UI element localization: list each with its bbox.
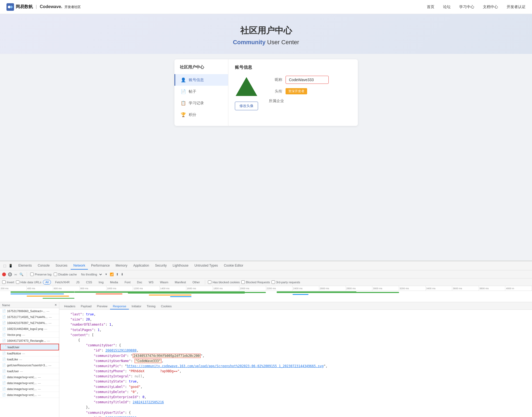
- nav-link-cert[interactable]: 开发者认证: [507, 5, 526, 9]
- title-label: 头衔: [269, 89, 282, 94]
- sidebar-label-learning: 学习记录: [189, 101, 204, 106]
- sidebar-item-points[interactable]: 🏆 积分: [174, 109, 228, 120]
- learning-icon: 📋: [181, 101, 186, 106]
- nickname-label: 昵称: [269, 77, 282, 82]
- site-logo: 网易数帆 | Codewave. 开发者社区: [6, 3, 81, 11]
- content-area: 社区用户中心 👤 账号信息 📄 帖子 📋 学习记录 🏆 积分 账号信息: [0, 54, 532, 131]
- title-row: 头衔 资深开发者: [269, 88, 351, 94]
- info-section: 昵称 CodeWave333 头衔 资深开发者 所属企业: [269, 76, 351, 110]
- sidebar-title: 社区用户中心: [174, 65, 228, 74]
- avatar: [236, 76, 257, 97]
- user-panel: 社区用户中心 👤 账号信息 📄 帖子 📋 学习记录 🏆 积分 账号信息: [174, 59, 358, 126]
- main-content: 账号信息 修改头像 昵称 CodeWave333 头衔 资深开发者: [228, 59, 358, 126]
- hero-community-word: Community: [233, 39, 266, 46]
- nickname-row: 昵称 CodeWave333: [269, 76, 351, 84]
- sidebar-item-posts[interactable]: 📄 帖子: [174, 86, 228, 97]
- top-navigation: 网易数帆 | Codewave. 开发者社区 首页 论坛 学习中心 文档中心 开…: [0, 0, 532, 14]
- company-row: 所属企业: [269, 99, 351, 104]
- posts-icon: 📄: [181, 89, 186, 94]
- company-label: 所属企业: [269, 99, 284, 104]
- main-navigation: 首页 论坛 学习中心 文档中心 开发者认证: [427, 5, 526, 9]
- sidebar-item-account[interactable]: 👤 账号信息: [174, 74, 228, 86]
- nav-link-forum[interactable]: 论坛: [443, 5, 451, 9]
- sidebar-label-points: 积分: [189, 112, 196, 117]
- sidebar-item-learning[interactable]: 📋 学习记录: [174, 97, 228, 109]
- svg-point-1: [10, 6, 13, 8]
- title-badge: 资深开发者: [286, 88, 307, 94]
- hero-title-english: Community User Center: [0, 39, 532, 46]
- nickname-value: CodeWave333: [286, 76, 329, 84]
- profile-area: 修改头像 昵称 CodeWave333 头衔 资深开发者 所属企业: [235, 76, 351, 110]
- nav-link-docs[interactable]: 文档中心: [483, 5, 498, 9]
- logo-icon: [6, 3, 14, 11]
- sidebar-label-account: 账号信息: [189, 78, 204, 82]
- logo-text: 网易数帆 | Codewave. 开发者社区: [16, 4, 81, 10]
- change-avatar-button[interactable]: 修改头像: [235, 102, 258, 110]
- nav-link-learn[interactable]: 学习中心: [459, 5, 474, 9]
- account-section-title: 账号信息: [235, 65, 351, 70]
- nav-link-home[interactable]: 首页: [427, 5, 434, 9]
- account-icon: 👤: [181, 77, 186, 82]
- points-icon: 🏆: [181, 112, 186, 117]
- avatar-image: [236, 77, 257, 96]
- sidebar-label-posts: 帖子: [189, 89, 196, 94]
- hero-title-chinese: 社区用户中心: [0, 25, 532, 37]
- hero-section: 社区用户中心 Community User Center: [0, 14, 532, 54]
- sidebar: 社区用户中心 👤 账号信息 📄 帖子 📋 学习记录 🏆 积分: [174, 59, 228, 126]
- avatar-section: 修改头像: [235, 76, 258, 110]
- hero-user-center-word: User Center: [266, 39, 299, 46]
